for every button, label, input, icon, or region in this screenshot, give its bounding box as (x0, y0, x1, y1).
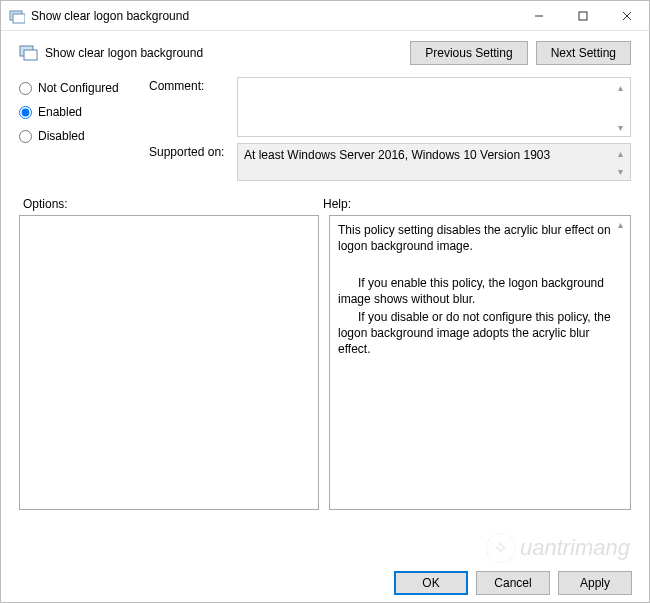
radio-disabled-input[interactable] (19, 130, 32, 143)
supported-value: At least Windows Server 2016, Windows 10… (244, 148, 550, 162)
watermark-text: uantrimang (520, 535, 630, 561)
radio-not-configured-input[interactable] (19, 82, 32, 95)
options-label: Options: (23, 197, 323, 211)
supported-box: At least Windows Server 2016, Windows 10… (237, 143, 631, 181)
svg-rect-7 (24, 50, 37, 60)
help-p1: This policy setting disables the acrylic… (338, 222, 612, 254)
radio-group: Not Configured Enabled Disabled (19, 77, 149, 187)
header-row: Show clear logon background Previous Set… (1, 31, 649, 65)
maximize-button[interactable] (561, 1, 605, 31)
radio-disabled[interactable]: Disabled (19, 129, 149, 143)
help-label: Help: (323, 197, 351, 211)
options-panel (19, 215, 319, 510)
scroll-up-icon[interactable]: ▴ (613, 80, 627, 94)
minimize-button[interactable] (517, 1, 561, 31)
comment-textarea[interactable]: ▴ ▾ (237, 77, 631, 137)
watermark: ✧ uantrimang (486, 533, 630, 563)
svg-rect-3 (579, 12, 587, 20)
scroll-up-icon[interactable]: ▴ (613, 146, 627, 160)
policy-header-icon (19, 44, 39, 62)
radio-enabled-label: Enabled (38, 105, 82, 119)
watermark-bulb-icon: ✧ (486, 533, 516, 563)
radio-enabled-input[interactable] (19, 106, 32, 119)
close-button[interactable] (605, 1, 649, 31)
cancel-button[interactable]: Cancel (476, 571, 550, 595)
titlebar: Show clear logon background (1, 1, 649, 31)
ok-button[interactable]: OK (394, 571, 468, 595)
scroll-down-icon[interactable]: ▾ (613, 120, 627, 134)
next-setting-button[interactable]: Next Setting (536, 41, 631, 65)
help-p3: If you disable or do not configure this … (338, 309, 612, 358)
setting-title: Show clear logon background (45, 46, 410, 60)
apply-button[interactable]: Apply (558, 571, 632, 595)
help-panel: This policy setting disables the acrylic… (329, 215, 631, 510)
window-title: Show clear logon background (31, 9, 517, 23)
supported-label: Supported on: (149, 143, 237, 159)
panels-row: This policy setting disables the acrylic… (1, 215, 649, 510)
scroll-down-icon[interactable]: ▾ (613, 164, 627, 178)
help-p2: If you enable this policy, the logon bac… (338, 275, 612, 307)
radio-not-configured[interactable]: Not Configured (19, 81, 149, 95)
panels-labels: Options: Help: (1, 187, 649, 215)
radio-enabled[interactable]: Enabled (19, 105, 149, 119)
policy-icon (9, 8, 25, 24)
form-area: Not Configured Enabled Disabled Comment:… (1, 65, 649, 187)
scroll-up-icon[interactable]: ▴ (613, 218, 627, 232)
radio-disabled-label: Disabled (38, 129, 85, 143)
comment-label: Comment: (149, 77, 237, 93)
footer-buttons: OK Cancel Apply (394, 571, 632, 595)
svg-rect-1 (13, 14, 25, 23)
previous-setting-button[interactable]: Previous Setting (410, 41, 527, 65)
radio-not-configured-label: Not Configured (38, 81, 119, 95)
